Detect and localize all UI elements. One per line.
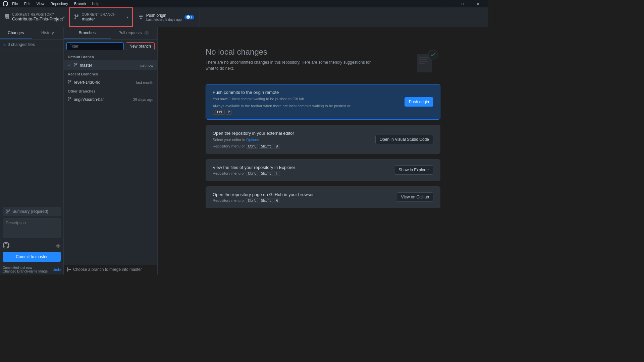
suggestion-explorer-title: View the files of your repository in Exp…: [213, 165, 387, 170]
tab-changes[interactable]: Changes: [0, 27, 32, 39]
options-link[interactable]: Options: [246, 138, 259, 142]
repository-value: Contribute-To-This-Project: [12, 16, 63, 21]
suggestion-push-subdesc: Always available in the toolbar when the…: [213, 103, 398, 109]
branch-item-master[interactable]: ✓ master just now: [64, 60, 157, 70]
suggestion-editor-text: Open the repository in your external edi…: [213, 131, 369, 148]
minimize-button[interactable]: ─: [439, 0, 455, 7]
commit-button[interactable]: Commit to master: [3, 252, 61, 262]
suggestion-editor-desc: Select your editor in Options: [213, 137, 369, 143]
suggestion-github-text: Open the repository page on GitHub in yo…: [213, 192, 390, 202]
repository-icon: [4, 14, 9, 20]
restore-button[interactable]: □: [455, 0, 470, 7]
app-logo: File Edit View Repository Branch Help: [3, 1, 102, 6]
suggestion-card-push: Push commits to the origin remote You ha…: [206, 84, 440, 120]
changes-count: 0 changed files: [8, 42, 35, 47]
branch-time-origin-search: 25 days ago: [133, 98, 153, 102]
commit-description-field[interactable]: [3, 218, 61, 238]
shortcut-shift: Shift: [259, 144, 273, 149]
menu-edit[interactable]: Edit: [21, 1, 33, 6]
menu-bar: File Edit View Repository Branch Help: [9, 1, 102, 6]
add-coauthor-button[interactable]: ➕: [56, 244, 61, 248]
branch-item-revert[interactable]: revert-1430-fix last month: [64, 77, 157, 87]
show-explorer-button[interactable]: Show in Explorer: [394, 165, 433, 175]
suggestion-github-shortcut: Repository menu or Ctrl Shift G: [213, 198, 390, 202]
shortcut-f: F: [274, 171, 280, 176]
current-branch-section[interactable]: Current branch master ▾: [69, 7, 133, 27]
svg-rect-4: [419, 63, 425, 64]
main-layout: Changes History ☑ 0 changed files Summar…: [0, 27, 488, 275]
branch-time-master: just now: [140, 63, 153, 67]
branch-panel-spacer: [64, 104, 157, 264]
menu-help[interactable]: Help: [89, 1, 102, 6]
menu-view[interactable]: View: [34, 1, 47, 6]
commit-summary-field[interactable]: Summary (required): [3, 207, 61, 216]
suggestion-explorer-text: View the files of your repository in Exp…: [213, 165, 387, 175]
shortcut-a: A: [274, 144, 280, 149]
branch-item-origin-search[interactable]: origin/search-bar 25 days ago: [64, 95, 157, 104]
tab-pull-requests[interactable]: Pull requests 1: [111, 27, 158, 39]
push-origin-section[interactable]: Push origin Last fetched 5 days ago 1: [133, 7, 200, 27]
other-branches-header: Other branches: [64, 87, 157, 95]
menu-repository[interactable]: Repository: [48, 1, 71, 6]
branch-name-origin-search: origin/search-bar: [74, 97, 131, 102]
push-label: Push origin: [146, 13, 182, 18]
suggestion-editor-title: Open the repository in your external edi…: [213, 131, 369, 136]
branch-filter-row: New branch: [64, 40, 157, 53]
suggestion-card-explorer: View the files of your repository in Exp…: [206, 159, 440, 181]
branch-icon: [74, 14, 79, 20]
view-on-github-button[interactable]: View on GitHub: [397, 192, 433, 202]
no-changes-header: No local changes There are no uncommitte…: [206, 47, 440, 74]
undo-button[interactable]: Undo: [53, 268, 61, 272]
branch-active-icon: ✓: [68, 63, 71, 68]
branch-filter-input[interactable]: [66, 42, 124, 50]
merge-footer[interactable]: Choose a branch to merge into master: [64, 264, 157, 275]
no-changes-illustration: [414, 47, 440, 74]
svg-rect-3: [419, 61, 428, 62]
tab-history[interactable]: History: [32, 27, 64, 39]
branch-branch-icon-3: [68, 97, 72, 102]
last-commit-info: Committed just now Changed Branch-name I…: [0, 264, 63, 275]
sidebar: Changes History ☑ 0 changed files Summar…: [0, 27, 64, 275]
commit-area: Summary (required) ➕ Commit to master: [0, 204, 63, 264]
suggestion-github-title: Open the repository page on GitHub in yo…: [213, 192, 390, 197]
select-all-checkbox[interactable]: ☑: [3, 42, 6, 47]
open-vscode-button[interactable]: Open in Visual Studio Code: [375, 135, 433, 144]
suggestion-editor-shortcut: Repository menu or Ctrl Shift A: [213, 144, 369, 148]
no-changes-subtitle: There are no uncommitted changes in this…: [206, 59, 373, 71]
sidebar-tabs: Changes History: [0, 27, 63, 40]
branch-panel-tabs: Branches Pull requests 1: [64, 27, 157, 40]
svg-point-5: [428, 50, 438, 59]
branch-name-master: master: [80, 63, 138, 68]
suggestion-card-editor: Open the repository in your external edi…: [206, 125, 440, 154]
window-controls: ─ □ ✕: [439, 0, 486, 7]
title-bar: File Edit View Repository Branch Help ─ …: [0, 0, 488, 7]
branch-branch-icon: [74, 63, 78, 68]
branch-name-revert: revert-1430-fix: [74, 80, 134, 85]
push-origin-button[interactable]: Push origin: [405, 97, 433, 107]
close-button[interactable]: ✕: [470, 0, 486, 7]
branch-panel: Branches Pull requests 1 New branch Defa…: [64, 27, 158, 275]
shortcut-ctrl3: Ctrl: [246, 171, 258, 176]
shortcut-shift3: Shift: [259, 198, 273, 203]
shortcut-shift2: Shift: [259, 171, 273, 176]
tab-branches[interactable]: Branches: [64, 27, 111, 39]
branch-branch-icon-2: [68, 80, 72, 85]
last-commit-change: Changed Branch-name Image: [3, 269, 48, 273]
suggestion-explorer-shortcut: Repository menu or Ctrl Shift F: [213, 171, 387, 175]
recent-branches-header: Recent branches: [64, 70, 157, 77]
suggestion-push-text: Push commits to the origin remote You ha…: [213, 90, 398, 114]
main-content: No local changes There are no uncommitte…: [158, 27, 488, 275]
shortcut-p: P: [226, 110, 232, 115]
no-changes-title: No local changes: [206, 47, 373, 57]
last-commit-text: Committed just now: [3, 266, 48, 269]
suggestion-push-shortcut: Ctrl P: [213, 110, 398, 114]
branch-chevron-icon: ▾: [126, 15, 128, 19]
menu-file[interactable]: File: [9, 1, 21, 6]
pr-count-badge: 1: [144, 31, 150, 35]
menu-branch[interactable]: Branch: [71, 1, 89, 6]
shortcut-ctrl2: Ctrl: [246, 144, 258, 149]
repository-label: Current repository: [12, 13, 63, 16]
file-list: [0, 50, 63, 204]
current-repository-section[interactable]: Current repository Contribute-To-This-Pr…: [0, 7, 69, 27]
new-branch-button[interactable]: New branch: [126, 42, 155, 50]
